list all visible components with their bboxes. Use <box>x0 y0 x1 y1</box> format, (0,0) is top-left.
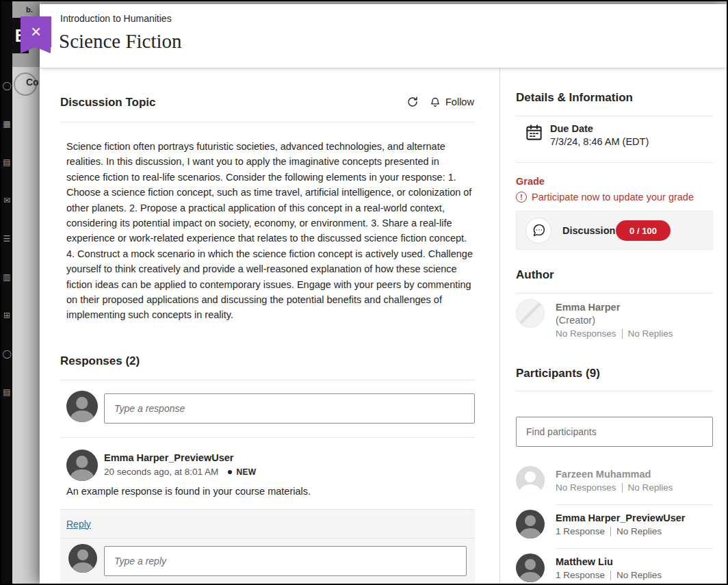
follow-label: Follow <box>445 96 474 107</box>
divider <box>60 437 475 438</box>
participant-name[interactable]: Emma Harper_PreviewUser <box>556 512 685 523</box>
response-meta: 20 seconds ago, at 8:01 AM NEW <box>104 467 257 477</box>
topic-actions: Follow <box>406 96 474 108</box>
response-input[interactable] <box>104 393 475 424</box>
follow-button[interactable]: Follow <box>430 96 474 108</box>
due-date-value: 7/3/24, 8:46 AM (EDT) <box>550 136 649 147</box>
discussion-peek-panel: Introduction to Humanities Science Ficti… <box>40 4 727 584</box>
new-badge: NEW <box>236 467 256 477</box>
participant-avatar <box>516 466 545 495</box>
divider <box>516 293 713 294</box>
author-role: (Creator) <box>556 315 595 326</box>
rail-icon[interactable]: ☰ <box>1 234 12 244</box>
response-body: An example response is found in your cou… <box>66 486 311 497</box>
rail-icon[interactable]: ▤ <box>1 387 12 397</box>
response-author-name[interactable]: Emma Harper_PreviewUser <box>104 452 233 463</box>
reply-input[interactable] <box>104 546 467 576</box>
participant-stats: No Responses No Replies <box>556 482 673 493</box>
responses-heading: Responses (2) <box>60 354 140 368</box>
rail-icon[interactable]: ✉ <box>1 196 12 205</box>
stat-separator <box>622 483 623 493</box>
bell-icon <box>430 96 441 108</box>
participant-responses: 1 Response <box>556 526 605 536</box>
participant-avatar <box>516 510 545 538</box>
grade-score-pill: 0 / 100 <box>616 220 671 241</box>
panel-header: Introduction to Humanities Science Ficti… <box>40 4 727 68</box>
author-name[interactable]: Emma Harper <box>556 302 620 313</box>
stat-separator <box>622 329 623 339</box>
rail-icon[interactable]: ▥ <box>1 272 12 282</box>
grade-warning-link[interactable]: Participate now to update your grade <box>516 192 694 203</box>
new-dot-icon <box>228 470 232 474</box>
due-date-label: Due Date <box>550 123 593 134</box>
close-button[interactable]: × <box>21 16 51 47</box>
participant-replies: No Replies <box>616 526 662 536</box>
participant-name[interactable]: Matthew Liu <box>556 556 613 567</box>
author-replies: No Replies <box>628 328 673 339</box>
rail-icon[interactable]: ⊞ <box>1 311 12 320</box>
divider <box>556 548 713 549</box>
author-responses: No Responses <box>556 328 616 339</box>
participant-replies: No Replies <box>616 570 662 580</box>
divider <box>556 504 713 505</box>
background-partial-text: b. <box>26 5 33 14</box>
divider <box>60 380 475 380</box>
current-user-avatar <box>66 391 98 422</box>
discussion-topic-body: Science fiction often portrays futuristi… <box>66 139 475 323</box>
details-sidebar: Details & Information Due Date 7/3/24, 8… <box>499 68 727 584</box>
discussion-topic-heading: Discussion Topic <box>60 96 156 109</box>
participant-name[interactable]: Farzeen Muhammad <box>556 469 651 480</box>
participants-heading: Participants (9) <box>516 367 600 380</box>
participant-avatar <box>516 554 545 582</box>
reply-section: Reply <box>60 509 475 584</box>
author-heading: Author <box>516 268 554 282</box>
response-author-avatar <box>66 450 98 481</box>
reply-link[interactable]: Reply <box>66 519 91 530</box>
grade-warning-text: Participate now to update your grade <box>532 192 694 203</box>
app-left-rail: ◯ ▦ ▤ ✉ ☰ ▥ ⊞ ◯ ▤ <box>1 1 12 584</box>
grade-label: Grade <box>516 176 545 187</box>
screen: ◯ ▦ ▤ ✉ ☰ ▥ ⊞ ◯ ▤ E b. Co × Introduction… <box>0 0 728 585</box>
grade-panel: Discussion 0 / 100 <box>516 211 713 250</box>
rail-icon[interactable]: ▦ <box>1 119 12 129</box>
calendar-icon <box>525 123 543 142</box>
author-stats: No Responses No Replies <box>556 328 673 339</box>
participant-responses: No Responses <box>556 482 616 493</box>
discussion-bubble-icon <box>525 218 551 244</box>
rail-icon[interactable]: ◯ <box>1 81 12 90</box>
refresh-icon <box>406 96 419 108</box>
refresh-button[interactable] <box>406 96 419 108</box>
alert-circle-icon <box>516 192 527 203</box>
divider <box>60 122 475 122</box>
find-participants-input[interactable] <box>516 417 713 447</box>
reply-bar: Reply <box>60 510 475 538</box>
page-title: Science Fiction <box>59 30 182 53</box>
divider <box>516 162 713 163</box>
current-user-avatar <box>68 544 97 573</box>
divider <box>516 391 713 391</box>
course-breadcrumb: Introduction to Humanities <box>60 13 172 24</box>
details-heading: Details & Information <box>516 91 633 105</box>
stat-separator <box>610 527 611 536</box>
participant-responses: 1 Response <box>556 570 605 580</box>
participant-stats: 1 Response No Replies <box>556 526 662 536</box>
stat-separator <box>610 571 611 580</box>
author-avatar <box>516 299 545 328</box>
divider <box>516 116 713 116</box>
rail-icon[interactable]: ▤ <box>1 157 12 167</box>
participant-replies: No Replies <box>628 482 673 493</box>
close-icon: × <box>21 16 51 47</box>
background-page-strip: E b. Co <box>12 1 40 584</box>
response-timestamp: 20 seconds ago, at 8:01 AM <box>104 467 218 477</box>
grade-item-label: Discussion <box>562 225 615 236</box>
background-partial-content-label: Co <box>26 77 39 88</box>
rail-icon[interactable]: ◯ <box>1 349 12 359</box>
participant-stats: 1 Response No Replies <box>556 570 662 580</box>
